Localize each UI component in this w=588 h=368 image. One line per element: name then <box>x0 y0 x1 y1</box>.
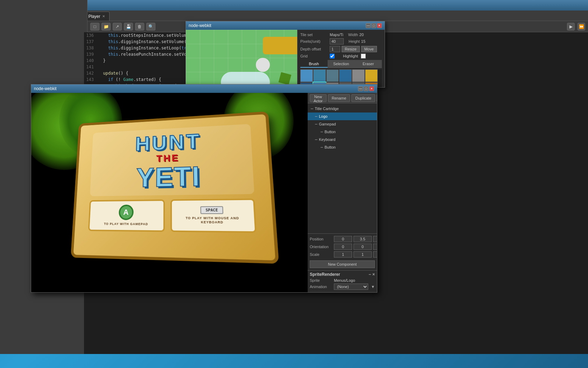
pixels-row: Pixels(/unit) Height 15 <box>300 38 382 45</box>
rename-btn[interactable]: Rename <box>328 94 350 102</box>
orientation-x[interactable] <box>334 244 352 250</box>
scale-x[interactable] <box>334 251 352 258</box>
tab-bar: 🏠 ⚡ Manager ✕ 👤 Player ✕ <box>0 11 588 21</box>
orientation-y[interactable] <box>354 244 372 250</box>
keyboard-board-text: TO PLAY WITH MOUSE AND KEYBOARD <box>175 216 250 225</box>
position-y[interactable] <box>354 236 372 242</box>
delete-btn[interactable]: Delete <box>377 94 377 102</box>
orientation-z[interactable] <box>373 244 377 250</box>
game-right-panel: New Actor Rename Duplicate Delete − Titl… <box>308 93 377 292</box>
open-btn[interactable]: 📁 <box>102 23 111 30</box>
tree-logo[interactable]: − Logo <box>308 113 377 120</box>
game-window: node-webkit — □ ✕ HUNT THE YETI <box>31 84 377 293</box>
keyboard-board: SPACE TO PLAY WITH MOUSE AND KEYBOARD <box>170 198 257 233</box>
eraser-tab[interactable]: Eraser <box>355 60 382 68</box>
play-btn[interactable]: ▶ <box>567 23 575 30</box>
tree-button-1[interactable]: − Button <box>308 128 377 136</box>
tilemap-body: Tile set Maps/Ti Width 20 Pixels(/unit) … <box>186 30 385 87</box>
gamepad-btn-icon: A <box>118 205 133 220</box>
sprite-renderer-title: SpriteRenderer <box>310 272 340 277</box>
sprite-renderer-section: SpriteRenderer − × Sprite Menus/Logo Ani… <box>308 271 377 292</box>
tree-minus-1: − <box>315 114 317 119</box>
tileset-value: Maps/Ti <box>330 33 343 37</box>
brush-tab[interactable]: Brush <box>300 60 328 68</box>
game-window-titlebar: node-webkit — □ ✕ <box>31 84 377 93</box>
gamepad-board-text: TO PLAY WITH GAMEPAD <box>104 222 148 227</box>
width-label: Width <box>348 33 358 37</box>
position-x[interactable] <box>334 236 352 242</box>
tilemap-window-title: node-webkit <box>189 23 211 28</box>
tile-4[interactable] <box>352 69 365 82</box>
animation-select[interactable]: (None) <box>334 284 368 290</box>
title-sign-container: HUNT THE YETI A TO PLAY WITH GAMEPAD <box>68 114 267 258</box>
width-value: 20 <box>359 33 364 37</box>
game-body: HUNT THE YETI A TO PLAY WITH GAMEPAD <box>31 93 377 292</box>
sprite-minus-btn[interactable]: − <box>369 272 371 277</box>
move-btn[interactable]: Move <box>361 46 377 52</box>
export-btn[interactable]: ↗ <box>113 23 122 30</box>
game-minimize-btn[interactable]: — <box>358 86 363 91</box>
grid-label: Grid <box>300 54 328 58</box>
player-tab-close[interactable]: ✕ <box>102 14 105 18</box>
tilemap-canvas <box>186 30 297 87</box>
sprite-value: Menus/Logo <box>334 278 355 282</box>
selection-tab[interactable]: Selection <box>328 60 355 68</box>
tilemap-window: node-webkit — □ ✕ Tile set Maps/Ti Width… <box>186 21 385 88</box>
tree-keyboard[interactable]: − Keyboard <box>308 136 377 143</box>
scene-tree: − Title Cartridge − Logo − Gamepad − But… <box>308 103 377 234</box>
forward-btn[interactable]: ⏩ <box>578 23 585 30</box>
tilemap-close-btn[interactable]: ✕ <box>377 23 382 28</box>
game-close-btn[interactable]: ✕ <box>369 86 374 91</box>
play-controls: ▶ ⏩ <box>567 23 585 30</box>
game-canvas: HUNT THE YETI A TO PLAY WITH GAMEPAD <box>31 93 308 292</box>
duplicate-btn[interactable]: Duplicate <box>351 94 375 102</box>
orientation-label: Orientation <box>310 245 332 249</box>
orientation-row: Orientation <box>310 244 375 250</box>
tree-minus-4: − <box>315 137 317 142</box>
depth-input[interactable] <box>330 46 340 52</box>
new-component-btn[interactable]: New Component <box>310 260 375 268</box>
tree-keyboard-label: Keyboard <box>319 137 335 142</box>
save-btn[interactable]: 💾 <box>124 23 133 30</box>
scale-y[interactable] <box>354 251 372 258</box>
new-btn[interactable]: □ <box>90 23 99 30</box>
tile-3[interactable] <box>339 69 352 82</box>
height-label: Height <box>349 39 360 43</box>
title-bar: Hunt The Yeti Hunt The Yeti 🔔 — □ ✕ <box>0 0 588 11</box>
grid-row: Grid Highlight <box>300 54 382 59</box>
title-text-area: HUNT THE YETI <box>90 124 254 196</box>
new-actor-btn[interactable]: New Actor <box>310 94 327 102</box>
sprite-close-btn[interactable]: × <box>372 272 375 277</box>
search-btn[interactable]: 🔍 <box>146 23 155 30</box>
position-z[interactable] <box>373 236 377 242</box>
delete-btn[interactable]: 🗑 <box>135 23 144 30</box>
tile-1[interactable] <box>313 69 326 82</box>
tile-5[interactable] <box>365 69 378 82</box>
game-window-controls: — □ ✕ <box>358 86 374 91</box>
space-key-label: SPACE <box>200 206 223 214</box>
animation-dropdown-icon[interactable]: ▼ <box>371 285 375 289</box>
tree-gamepad[interactable]: − Gamepad <box>308 120 377 128</box>
tilemap-maximize-btn[interactable]: □ <box>371 23 376 28</box>
position-label: Position <box>310 237 332 241</box>
resize-btn[interactable]: Resize <box>342 46 360 52</box>
tree-cartridge-label: Title Cartridge <box>315 107 339 111</box>
tile-platform-1 <box>263 37 297 54</box>
player-tab-label: Player <box>88 14 100 19</box>
tree-button-2[interactable]: − Button <box>308 143 377 151</box>
tile-0[interactable] <box>300 69 313 82</box>
tilemap-window-controls: — □ ✕ <box>366 23 382 28</box>
grid-checkbox[interactable] <box>330 54 335 59</box>
pixels-input[interactable] <box>330 38 344 45</box>
depth-row: Depth offset Resize Move <box>300 46 382 52</box>
game-maximize-btn[interactable]: □ <box>364 86 369 91</box>
tree-gamepad-label: Gamepad <box>319 122 336 126</box>
position-row: Position <box>310 236 375 242</box>
scale-z[interactable] <box>373 251 377 258</box>
tree-minus-5: − <box>320 145 323 150</box>
tile-2[interactable] <box>326 69 339 82</box>
tree-button-1-label: Button <box>324 130 336 134</box>
tileset-label: Tile set <box>300 33 328 37</box>
tilemap-minimize-btn[interactable]: — <box>366 23 371 28</box>
tree-title-cartridge[interactable]: − Title Cartridge <box>308 105 377 113</box>
